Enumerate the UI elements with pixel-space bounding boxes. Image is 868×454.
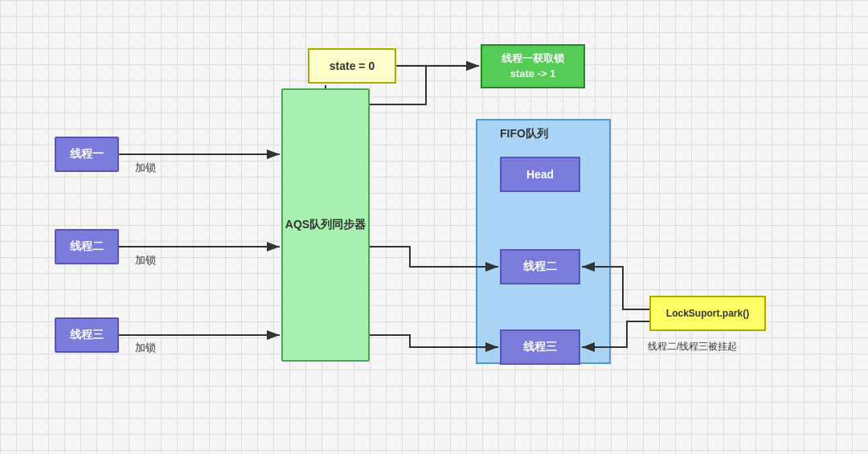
diagram-canvas: 线程一 线程二 线程三 加锁 加锁 加锁 AQS队列同步器 state = 0 …	[0, 0, 868, 454]
result-label2: state -> 1	[510, 67, 556, 81]
state-label: state = 0	[330, 59, 375, 72]
park-note: 线程二/线程三被挂起	[648, 340, 737, 354]
fifo-label: FIFO队列	[500, 127, 548, 141]
thread-one-box: 线程一	[55, 137, 119, 172]
aqs-box: AQS队列同步器	[281, 88, 370, 362]
fifo-container: FIFO队列	[476, 119, 611, 364]
lock-label-1: 加锁	[135, 161, 156, 175]
lock-label-2: 加锁	[135, 253, 156, 268]
queue-thread-three-box: 线程三	[500, 329, 580, 365]
head-box: Head	[500, 157, 580, 192]
result-box: 线程一获取锁 state -> 1	[481, 44, 585, 88]
park-label: LockSuport.park()	[666, 308, 749, 319]
thread-one-label: 线程一	[70, 147, 104, 162]
thread-two-label: 线程二	[70, 239, 104, 254]
thread-three-label: 线程三	[70, 328, 104, 342]
head-label: Head	[526, 168, 554, 181]
arrows-svg	[0, 0, 868, 454]
thread-three-box: 线程三	[55, 317, 119, 353]
result-label1: 线程一获取锁	[502, 51, 564, 66]
queue-thread-three-label: 线程三	[523, 340, 557, 354]
aqs-label: AQS队列同步器	[285, 218, 366, 232]
lock-label-3: 加锁	[135, 341, 156, 355]
state-box: state = 0	[308, 48, 396, 84]
queue-thread-two-label: 线程二	[523, 260, 557, 274]
thread-two-box: 线程二	[55, 229, 119, 264]
queue-thread-two-box: 线程二	[500, 249, 580, 284]
park-box: LockSuport.park()	[649, 296, 766, 331]
